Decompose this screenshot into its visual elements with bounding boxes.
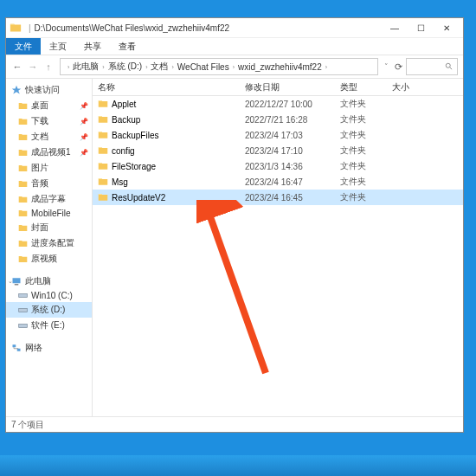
sidebar-item-quick[interactable]: 桌面📌: [6, 98, 92, 113]
tab-view[interactable]: 查看: [110, 38, 145, 55]
file-list-pane: 名称 修改日期 类型 大小 Applet2022/12/27 10:00文件夹B…: [93, 79, 463, 416]
crumb-pc[interactable]: 此电脑: [73, 61, 99, 73]
taskbar[interactable]: [0, 455, 476, 476]
sidebar-item-quick[interactable]: 下载📌: [6, 113, 92, 129]
file-name: ResUpdateV2: [112, 193, 165, 203]
file-name: Msg: [112, 177, 128, 187]
pin-icon: 📌: [80, 118, 88, 125]
sidebar-item-quick[interactable]: 音频📌: [6, 176, 92, 191]
file-type: 文件夹: [340, 176, 392, 188]
sidebar-item-quick[interactable]: 成品字幕📌: [6, 191, 92, 207]
sidebar-item-drive[interactable]: 系统 (D:): [6, 302, 92, 318]
table-row[interactable]: ResUpdateV22023/2/4 16:45文件夹: [93, 190, 463, 205]
table-row[interactable]: FileStorage2023/1/3 14:36文件夹: [93, 158, 463, 174]
network-icon: [11, 343, 22, 353]
file-name: Backup: [112, 115, 140, 125]
table-row[interactable]: BackupFiles2023/2/4 17:03文件夹: [93, 127, 463, 143]
refresh-button[interactable]: ⟳: [391, 61, 406, 73]
folder-icon: [18, 148, 28, 158]
address-bar[interactable]: › 此电脑 › 系统 (D:) › 文档 › WeChat Files › wx…: [60, 58, 378, 75]
col-date[interactable]: 修改日期: [245, 81, 340, 93]
folder-icon: [10, 22, 22, 34]
column-headers: 名称 修改日期 类型 大小: [93, 79, 463, 96]
svg-rect-2: [13, 278, 21, 283]
table-row[interactable]: Backup2022/7/21 16:28文件夹: [93, 112, 463, 127]
pin-icon: 📌: [80, 102, 88, 110]
chevron-down-icon: ⌄: [8, 278, 13, 285]
sidebar-item-quick[interactable]: 进度条配置📌: [6, 235, 92, 251]
table-row[interactable]: Applet2022/12/27 10:00文件夹: [93, 96, 463, 112]
folder-icon: [98, 192, 108, 203]
sidebar: 快速访问 桌面📌下载📌文档📌成品视频1📌图片📌音频📌成品字幕📌MobileFil…: [6, 79, 93, 416]
sidebar-item-quick[interactable]: 封面📌: [6, 220, 92, 235]
file-name: Applet: [112, 100, 136, 109]
titlebar: | D:\Documents\WeChat Files\wxid_zwzhehi…: [6, 18, 463, 37]
minimize-button[interactable]: —: [382, 18, 408, 37]
search-icon: [445, 62, 453, 71]
sidebar-item-quick[interactable]: 文档📌: [6, 129, 92, 145]
folder-icon: [18, 195, 28, 204]
close-button[interactable]: ✕: [434, 18, 460, 37]
ribbon: 文件 主页 共享 查看: [6, 37, 463, 55]
explorer-window: | D:\Documents\WeChat Files\wxid_zwzhehi…: [5, 17, 464, 433]
svg-rect-3: [15, 284, 19, 286]
col-type[interactable]: 类型: [340, 81, 392, 93]
folder-icon: [18, 132, 28, 142]
folder-icon: [98, 161, 108, 171]
back-button[interactable]: ←: [10, 59, 25, 74]
file-type: 文件夹: [340, 113, 392, 125]
folder-icon: [18, 209, 28, 218]
svg-rect-5: [19, 308, 28, 312]
folder-icon: [18, 101, 28, 111]
sidebar-network[interactable]: 网络: [6, 340, 92, 356]
status-text: 7 个项目: [11, 420, 44, 429]
col-name[interactable]: 名称: [98, 81, 245, 93]
file-date: 2023/2/4 17:10: [245, 146, 340, 156]
tab-file[interactable]: 文件: [6, 38, 41, 55]
crumb-drive[interactable]: 系统 (D:): [108, 61, 142, 73]
folder-icon: [98, 177, 108, 187]
folder-icon: [18, 164, 28, 173]
file-date: 2023/2/4 16:47: [245, 177, 340, 187]
svg-line-1: [450, 68, 453, 70]
table-row[interactable]: Msg2023/2/4 16:47文件夹: [93, 174, 463, 190]
folder-icon: [18, 223, 28, 233]
status-bar: 7 个项目: [6, 416, 463, 432]
crumb-wechat[interactable]: WeChat Files: [177, 62, 229, 72]
sidebar-item-quick[interactable]: 图片📌: [6, 160, 92, 176]
svg-rect-8: [17, 349, 21, 351]
titlebar-sep: |: [29, 23, 31, 33]
address-dropdown[interactable]: ˅: [382, 62, 391, 71]
file-name: FileStorage: [112, 162, 156, 171]
navbar: ← → ↑ › 此电脑 › 系统 (D:) › 文档 › WeChat File…: [6, 55, 463, 79]
forward-button[interactable]: →: [25, 59, 41, 74]
sidebar-this-pc[interactable]: ⌄ 此电脑: [6, 273, 92, 289]
sidebar-item-quick[interactable]: 成品视频1📌: [6, 145, 92, 160]
file-type: 文件夹: [340, 98, 392, 110]
drive-icon: [18, 321, 28, 331]
tab-home[interactable]: 主页: [41, 38, 75, 55]
tab-share[interactable]: 共享: [75, 38, 110, 55]
sidebar-item-quick[interactable]: 原视频📌: [6, 251, 92, 267]
file-type: 文件夹: [340, 145, 392, 157]
table-row[interactable]: config2023/2/4 17:10文件夹: [93, 143, 463, 158]
folder-icon: [98, 99, 108, 109]
file-type: 文件夹: [340, 129, 392, 141]
sidebar-item-drive[interactable]: Win10 (C:): [6, 289, 92, 302]
svg-rect-7: [13, 344, 16, 347]
folder-icon: [18, 117, 28, 126]
sidebar-item-quick[interactable]: MobileFile📌: [6, 207, 92, 220]
up-button[interactable]: ↑: [41, 59, 56, 74]
crumb-wxid[interactable]: wxid_zwzhehiiv4mf22: [238, 62, 322, 72]
sidebar-quick-access[interactable]: 快速访问: [6, 82, 92, 98]
maximize-button[interactable]: ☐: [408, 18, 434, 37]
folder-icon: [18, 179, 28, 189]
sidebar-item-drive[interactable]: 软件 (E:): [6, 318, 92, 333]
star-icon: [11, 85, 22, 95]
col-size[interactable]: 大小: [392, 81, 435, 93]
folder-icon: [18, 254, 28, 264]
search-input[interactable]: [406, 58, 458, 75]
svg-rect-6: [19, 324, 28, 327]
pin-icon: 📌: [80, 133, 88, 141]
crumb-docs[interactable]: 文档: [151, 61, 168, 73]
